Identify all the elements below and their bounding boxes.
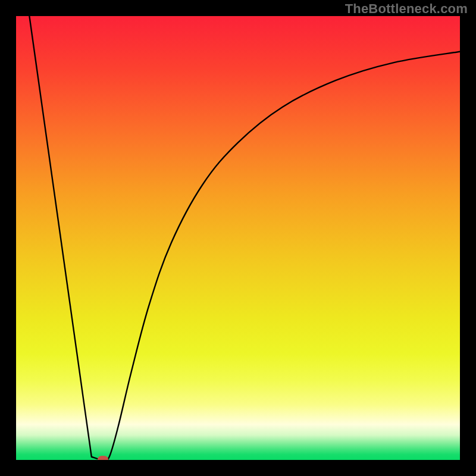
bottleneck-curve xyxy=(16,16,460,460)
optimum-dot xyxy=(98,456,108,461)
watermark-text: TheBottleneck.com xyxy=(345,1,468,17)
chart-frame: TheBottleneck.com xyxy=(0,0,476,476)
plot-area xyxy=(16,16,460,460)
